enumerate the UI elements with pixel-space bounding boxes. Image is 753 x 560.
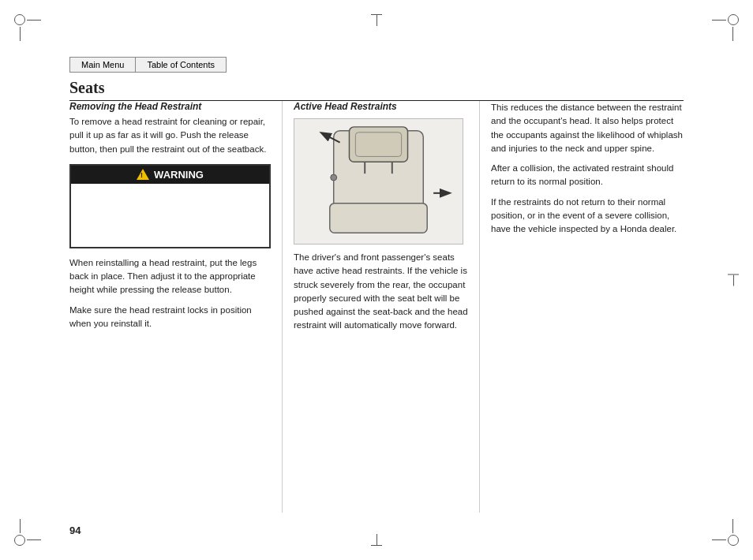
seat-diagram [294,118,463,245]
warning-box: WARNING [69,164,271,248]
main-menu-button[interactable]: Main Menu [69,57,135,73]
right-column: This reduces the distance between the re… [480,101,684,513]
reg-mark-bl [14,528,32,546]
lock-text: Make sure the head restraint locks in po… [69,304,271,331]
reinstall-text: When reinstalling a head restraint, put … [69,256,271,297]
reg-mark-tr [721,14,739,32]
content-area: Removing the Head Restraint To remove a … [69,101,684,513]
mid-column: Active Head Restraints [283,101,480,513]
reg-mark-br [721,528,739,546]
right-cross [728,274,739,286]
page-title: Seats [69,79,684,97]
warning-label: WARNING [154,169,204,181]
active-restraints-desc: The driver's and front passenger's seats… [294,251,468,333]
page-number: 94 [69,525,81,536]
svg-rect-4 [330,203,427,233]
removing-intro: To remove a head restraint for cleaning … [69,115,271,156]
center-cross-top [371,14,382,26]
svg-point-9 [331,174,337,181]
page-title-container: Seats [69,79,684,101]
reg-mark-tl [14,14,32,32]
warning-header: WARNING [71,166,269,184]
warning-body [71,184,269,247]
right-para3: If the restraints do not return to their… [491,196,684,237]
removing-heading: Removing the Head Restraint [69,101,271,112]
center-cross-bottom [371,534,382,546]
left-column: Removing the Head Restraint To remove a … [69,101,283,513]
active-restraints-heading: Active Head Restraints [294,101,468,112]
table-of-contents-button[interactable]: Table of Contents [135,57,227,73]
warning-triangle-icon [137,169,149,180]
right-para1: This reduces the distance between the re… [491,101,684,155]
nav-bar: Main Menu Table of Contents [69,57,227,73]
seat-diagram-svg [294,119,463,244]
right-para2: After a collision, the activated restrai… [491,162,684,189]
